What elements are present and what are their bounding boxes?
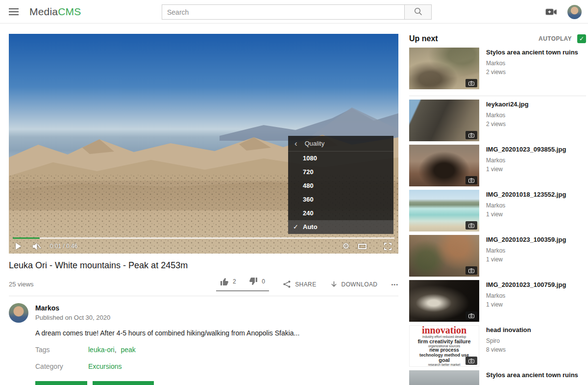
category-link[interactable]: Excursions <box>88 362 122 370</box>
fullscreen-icon <box>384 243 392 250</box>
thumbnail <box>409 235 479 277</box>
play-button[interactable] <box>16 243 21 250</box>
tag-link-peak[interactable]: peak <box>121 346 135 354</box>
tags-list: leuka-ori, peak <box>88 346 136 354</box>
item-views: 8 views <box>486 346 531 353</box>
more-icon: ••• <box>391 282 398 287</box>
thumbnail <box>409 48 479 89</box>
thumbnail <box>409 280 479 322</box>
search-button[interactable] <box>405 4 432 20</box>
photo-camera-icon <box>466 176 477 184</box>
author-avatar[interactable] <box>9 303 28 323</box>
video-player[interactable]: ‹ Quality 1080 720 480 360 240 ✓ Auto <box>9 34 398 254</box>
item-author: Markos <box>486 60 578 67</box>
up-next-item-4[interactable]: IMG_20201018_123552.jpg Markos 1 view <box>409 190 586 231</box>
thumbnail <box>409 190 479 231</box>
rating-group: 2 0 <box>216 277 269 291</box>
tags-label: Tags <box>35 346 88 354</box>
share-button[interactable]: SHARE <box>283 280 316 288</box>
up-next-item-8[interactable]: Stylos area ancient town ruins <box>409 370 586 385</box>
item-author: Spiro <box>486 337 531 344</box>
thumbnail <box>409 100 479 141</box>
autoplay-checkbox[interactable]: ✓ <box>577 34 586 43</box>
back-chevron-icon[interactable]: ‹ <box>294 139 297 148</box>
author-name[interactable]: Markos <box>35 304 110 312</box>
quality-option-1080[interactable]: 1080 <box>288 152 393 165</box>
item-title: IMG_20201023_093855.jpg <box>486 146 566 154</box>
settings-button[interactable]: ⚙ <box>343 242 349 250</box>
check-icon: ✓ <box>579 35 584 42</box>
fullscreen-button[interactable] <box>384 243 392 250</box>
quality-menu-title: Quality <box>305 140 324 147</box>
edit-media-button[interactable]: EDIT MEDIA <box>35 381 87 385</box>
mute-button[interactable] <box>32 242 41 251</box>
divider <box>9 296 398 296</box>
brand-media: Media <box>29 6 58 17</box>
item-title: Stylos area ancient town ruins <box>486 49 578 56</box>
like-button[interactable]: 2 <box>220 277 236 286</box>
autoplay-label: AUTOPLAY <box>539 35 572 42</box>
item-title: IMG_20201023_100759.jpg <box>486 281 566 289</box>
download-icon <box>330 281 338 288</box>
like-count: 2 <box>233 278 236 285</box>
up-next-item-2[interactable]: leykaori24.jpg Markos 2 views <box>409 100 586 141</box>
brand-logo[interactable]: MediaCMS <box>29 6 81 18</box>
view-count: 25 views <box>9 281 216 288</box>
photo-camera-icon <box>466 221 477 230</box>
search-input[interactable] <box>162 4 405 20</box>
video-description: A dream comes true! After 4-5 hours of c… <box>35 329 398 337</box>
up-next-heading: Up next <box>409 34 539 43</box>
item-views: 1 view <box>486 301 566 308</box>
action-bar: 2 0 SHARE DOWNLOAD ••• <box>216 277 398 291</box>
item-author: Markos <box>486 112 529 119</box>
item-author: Markos <box>486 292 566 299</box>
thumb-down-icon <box>249 277 258 286</box>
item-views: 1 view <box>486 256 566 263</box>
up-next-item-3[interactable]: IMG_20201023_093855.jpg Markos 1 view <box>409 145 586 186</box>
menu-icon[interactable] <box>9 6 20 17</box>
quality-option-240[interactable]: 240 <box>288 206 393 220</box>
watch-column: ‹ Quality 1080 720 480 360 240 ✓ Auto <box>9 24 398 385</box>
search-icon <box>414 7 422 17</box>
item-title: leykaori24.jpg <box>486 101 529 108</box>
download-button[interactable]: DOWNLOAD <box>330 281 378 288</box>
delete-media-button[interactable]: DELETE MEDIA <box>93 381 154 385</box>
photo-camera-icon <box>466 266 477 275</box>
item-title: Stylos area ancient town ruins <box>486 371 578 379</box>
quality-menu-header[interactable]: ‹ Quality <box>288 136 393 152</box>
user-avatar[interactable] <box>567 5 582 19</box>
play-icon <box>16 243 21 250</box>
item-views: 2 views <box>486 121 529 128</box>
photo-camera-icon <box>466 131 477 139</box>
top-bar: MediaCMS <box>0 0 588 24</box>
quality-option-360[interactable]: 360 <box>288 193 393 206</box>
share-icon <box>283 280 291 288</box>
quality-option-480[interactable]: 480 <box>288 179 393 193</box>
thumbnail <box>409 145 479 186</box>
up-next-item-1[interactable]: Stylos area ancient town ruins Markos 2 … <box>409 48 586 89</box>
check-icon: ✓ <box>293 220 298 234</box>
thumbnail <box>409 370 479 385</box>
divider <box>409 96 586 96</box>
gear-icon: ⚙ <box>343 242 349 250</box>
tag-link-leuka-ori[interactable]: leuka-ori <box>88 346 115 354</box>
up-next-item-7[interactable]: innovation industry effort reduced devel… <box>409 325 586 367</box>
theater-mode-button[interactable] <box>358 244 375 249</box>
player-controls: 0:01 / 0:46 ⚙ <box>9 239 398 254</box>
item-views: 1 view <box>486 166 566 173</box>
up-next-item-6[interactable]: IMG_20201023_100759.jpg Markos 1 view <box>409 280 586 322</box>
upload-video-icon[interactable] <box>546 8 557 16</box>
item-title: IMG_20201023_100359.jpg <box>486 236 566 244</box>
item-title: head inovation <box>486 326 531 334</box>
quality-option-720[interactable]: 720 <box>288 165 393 179</box>
photo-camera-icon <box>466 311 477 320</box>
dislike-button[interactable]: 0 <box>249 277 265 286</box>
quality-option-auto[interactable]: ✓ Auto <box>288 220 393 234</box>
up-next-item-5[interactable]: IMG_20201023_100359.jpg Markos 1 view <box>409 235 586 277</box>
item-author: Markos <box>486 247 566 254</box>
thumbnail: innovation industry effort reduced devel… <box>409 325 479 367</box>
item-author: Markos <box>486 202 566 209</box>
more-options-button[interactable]: ••• <box>391 282 398 287</box>
dislike-count: 0 <box>262 278 265 285</box>
brand-cms: CMS <box>58 6 81 17</box>
